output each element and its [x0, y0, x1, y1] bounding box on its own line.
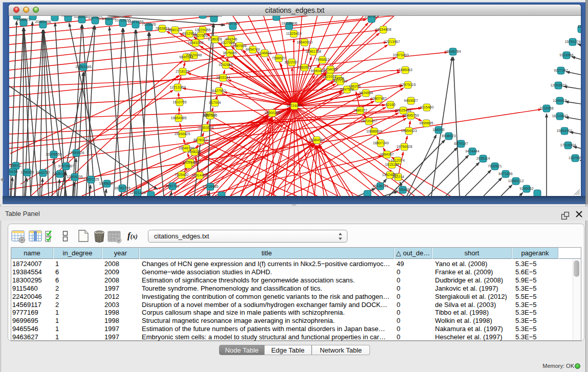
svg-text:335011: 335011 [10, 164, 22, 167]
svg-text:8427552: 8427552 [212, 89, 226, 93]
svg-text:11325419: 11325419 [286, 32, 302, 35]
svg-text:8267110: 8267110 [204, 114, 217, 117]
svg-text:12213369: 12213369 [169, 85, 185, 89]
svg-text:7986372: 7986372 [353, 108, 367, 112]
svg-text:2942737: 2942737 [36, 171, 50, 174]
svg-text:8660124: 8660124 [168, 28, 182, 32]
svg-text:12975115: 12975115 [400, 83, 416, 86]
svg-text:11353594: 11353594 [198, 126, 214, 129]
svg-text:6734028: 6734028 [323, 68, 337, 71]
svg-text:9827505: 9827505 [193, 34, 207, 37]
svg-text:10025433: 10025433 [395, 108, 411, 112]
svg-text:9463627: 9463627 [404, 99, 418, 102]
svg-text:19166825: 19166825 [174, 132, 190, 136]
svg-text:3624554: 3624554 [359, 91, 373, 95]
svg-text:8454749: 8454749 [246, 48, 259, 51]
svg-text:9699695: 9699695 [419, 121, 433, 125]
svg-text:1615132: 1615132 [385, 163, 399, 166]
svg-text:6466160: 6466160 [102, 17, 116, 20]
svg-text:20206555: 20206555 [46, 152, 61, 156]
svg-text:3498222: 3498222 [187, 150, 201, 154]
svg-text:10973493: 10973493 [393, 53, 408, 57]
svg-text:16495759: 16495759 [403, 114, 419, 117]
svg-text:8938923: 8938923 [442, 134, 455, 138]
svg-text:19654923: 19654923 [401, 129, 417, 133]
svg-text:16671355: 16671355 [127, 20, 143, 24]
svg-text:15751074: 15751074 [564, 40, 580, 43]
svg-text:9474444: 9474444 [465, 149, 479, 153]
svg-text:15716485: 15716485 [202, 185, 218, 188]
svg-text:16961758: 16961758 [305, 50, 321, 53]
svg-text:19654985: 19654985 [170, 116, 186, 120]
svg-text:7632621: 7632621 [488, 164, 502, 168]
svg-text:18724007: 18724007 [286, 104, 302, 107]
svg-text:17016504: 17016504 [560, 143, 576, 147]
svg-text:9227342: 9227342 [554, 69, 568, 72]
svg-text:7357224: 7357224 [226, 21, 239, 25]
svg-text:16210643: 16210643 [552, 114, 568, 118]
svg-text:15692901: 15692901 [556, 129, 572, 133]
svg-text:12213967: 12213967 [384, 40, 400, 43]
svg-text:8471636: 8471636 [498, 172, 512, 176]
svg-text:3215958: 3215958 [539, 106, 553, 110]
svg-text:18640910: 18640910 [296, 40, 312, 44]
svg-text:2087682: 2087682 [364, 16, 378, 18]
svg-text:9857791: 9857791 [165, 184, 179, 188]
svg-text:7625402: 7625402 [175, 173, 188, 177]
svg-text:14099489: 14099489 [182, 161, 198, 164]
svg-text:1156828: 1156828 [20, 170, 34, 174]
svg-text:921546: 921546 [225, 37, 237, 41]
svg-text:2718176: 2718176 [176, 70, 189, 73]
svg-text:19384554: 19384554 [309, 138, 324, 142]
svg-text:16648784: 16648784 [445, 50, 461, 53]
svg-text:10855287: 10855287 [74, 16, 90, 18]
svg-text:8322037: 8322037 [285, 60, 298, 64]
svg-text:617004: 617004 [209, 101, 221, 104]
svg-text:13226055: 13226055 [194, 28, 210, 32]
svg-text:20053346: 20053346 [75, 65, 91, 69]
svg-text:10807487: 10807487 [371, 97, 386, 100]
svg-text:6990448: 6990448 [311, 69, 324, 73]
svg-text:17359926: 17359926 [68, 151, 84, 155]
svg-text:16782759: 16782759 [114, 186, 130, 190]
svg-text:93975867: 93975867 [58, 164, 74, 168]
svg-text:12093823: 12093823 [550, 83, 566, 87]
svg-text:1244415: 1244415 [553, 99, 567, 102]
svg-text:9890144: 9890144 [179, 55, 193, 59]
svg-text:7515526: 7515526 [142, 23, 156, 26]
svg-text:1733426: 1733426 [396, 188, 409, 191]
svg-text:1117: 1117 [578, 25, 581, 28]
svg-text:9884067: 9884067 [380, 152, 394, 156]
svg-text:9323966: 9323966 [559, 53, 573, 57]
svg-text:1167535: 1167535 [569, 156, 581, 160]
svg-text:6497508: 6497508 [340, 87, 354, 91]
svg-text:746206: 746206 [349, 84, 360, 88]
svg-text:3675685: 3675685 [223, 51, 236, 55]
svg-text:8878332: 8878332 [193, 138, 207, 142]
svg-text:16033809: 16033809 [206, 16, 222, 17]
svg-text:17957225: 17957225 [83, 178, 99, 181]
svg-text:9245052: 9245052 [519, 187, 533, 190]
svg-text:2967608: 2967608 [232, 44, 246, 48]
svg-text:15720407: 15720407 [361, 119, 377, 123]
svg-text:20691406: 20691406 [35, 20, 51, 24]
svg-text:9777169: 9777169 [333, 79, 347, 83]
svg-text:9115460: 9115460 [420, 105, 434, 109]
svg-text:15136141: 15136141 [372, 184, 388, 188]
svg-text:7485063: 7485063 [398, 68, 412, 72]
svg-text:1362615: 1362615 [297, 65, 311, 69]
svg-text:1012074: 1012074 [390, 159, 404, 162]
svg-text:7663822: 7663822 [155, 27, 169, 30]
svg-text:1855860: 1855860 [61, 16, 75, 17]
svg-text:6879197: 6879197 [454, 142, 468, 145]
svg-text:1610755: 1610755 [172, 100, 186, 104]
svg-text:18807249: 18807249 [373, 141, 388, 145]
svg-text:7955812: 7955812 [315, 58, 329, 61]
svg-text:9242848: 9242848 [219, 63, 232, 67]
svg-text:16046786: 16046786 [178, 146, 194, 150]
svg-text:18300295: 18300295 [264, 111, 280, 115]
svg-text:252214: 252214 [392, 175, 404, 179]
svg-text:7588520: 7588520 [272, 56, 286, 60]
svg-text:1527602: 1527602 [88, 16, 102, 19]
svg-text:1145194: 1145194 [53, 172, 67, 176]
